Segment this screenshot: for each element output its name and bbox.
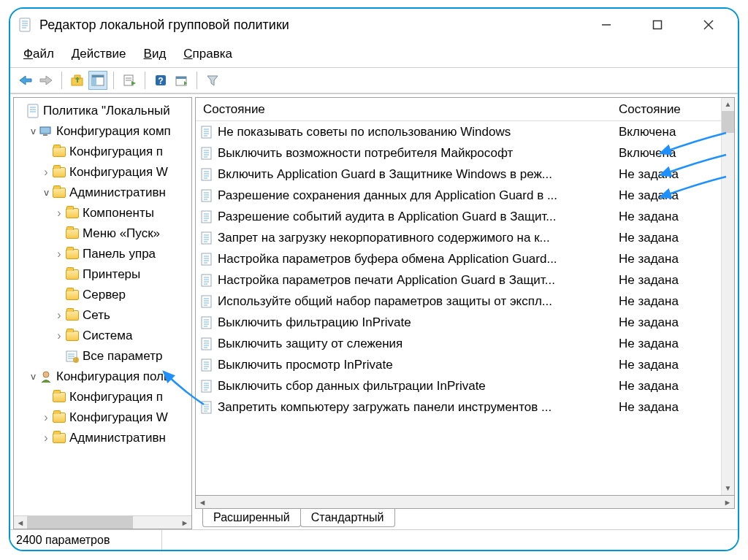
- scroll-right-icon[interactable]: ►: [721, 496, 734, 508]
- svg-marker-10: [40, 76, 52, 85]
- tree-computer-config[interactable]: Конфигурация комп: [14, 121, 191, 142]
- forward-button[interactable]: [37, 71, 56, 90]
- folder-icon: [65, 248, 80, 261]
- tree-printers[interactable]: Принтеры: [14, 264, 191, 285]
- folder-icon: [52, 431, 66, 445]
- policy-row[interactable]: Выключить защиту от слеженияНе задана: [196, 333, 721, 354]
- folder-icon: [65, 329, 80, 342]
- column-header-state[interactable]: Состояние: [619, 102, 721, 117]
- policy-icon: [200, 337, 213, 350]
- tree-label: Система: [83, 329, 132, 343]
- tree-control-panel[interactable]: Панель упра: [14, 244, 191, 264]
- policy-icon: [200, 380, 213, 393]
- policy-state: Не задана: [619, 379, 721, 394]
- policy-row[interactable]: Выключить просмотр InPrivateНе задана: [196, 354, 721, 375]
- policy-icon: [200, 253, 213, 266]
- policy-icon: [200, 316, 213, 329]
- folder-icon: [52, 145, 66, 158]
- policy-row[interactable]: Используйте общий набор параметров защит…: [196, 291, 721, 312]
- folder-icon: [65, 227, 80, 240]
- tree-admin-templates[interactable]: Административн: [14, 183, 191, 203]
- svg-point-37: [73, 357, 79, 363]
- policy-icon: [200, 189, 213, 202]
- policy-state: Включена: [619, 146, 721, 161]
- scroll-right-icon[interactable]: ►: [178, 516, 191, 529]
- menu-action[interactable]: Действие: [72, 47, 126, 61]
- policy-row[interactable]: Разрешение сохранения данных для Applica…: [196, 185, 721, 206]
- menu-help[interactable]: Справка: [183, 47, 232, 61]
- minimize-button[interactable]: [592, 14, 621, 36]
- toolbar: ?: [10, 67, 738, 93]
- tree-comp-software[interactable]: Конфигурация п: [14, 142, 191, 162]
- tree-label: Административн: [69, 185, 166, 200]
- tab-extended[interactable]: Расширенный: [202, 509, 301, 527]
- tree-start-menu[interactable]: Меню «Пуск»: [14, 223, 191, 244]
- tree-components[interactable]: Компоненты: [14, 203, 191, 223]
- policy-state: Не задана: [619, 273, 721, 288]
- column-header-name[interactable]: Состояние: [196, 102, 619, 117]
- policy-name: Настройка параметров буфера обмена Appli…: [218, 252, 557, 266]
- properties-button[interactable]: [172, 71, 191, 90]
- tree-user-software[interactable]: Конфигурация п: [14, 387, 191, 407]
- folder-icon: [65, 309, 80, 322]
- folder-icon: [52, 186, 66, 199]
- policy-row[interactable]: Не показывать советы по использованию Wi…: [196, 121, 721, 142]
- policy-state: Не задана: [619, 315, 721, 330]
- tree-label: Компоненты: [83, 206, 154, 220]
- tree-label: Конфигурация W: [69, 165, 168, 180]
- scroll-left-icon[interactable]: ◄: [196, 496, 209, 508]
- list-horizontal-scrollbar[interactable]: ◄ ►: [195, 496, 735, 509]
- policy-row[interactable]: Настройка параметров буфера обмена Appli…: [196, 248, 721, 269]
- tree-network[interactable]: Сеть: [14, 305, 191, 326]
- tree-all-settings[interactable]: Все параметр: [14, 346, 191, 367]
- svg-rect-69: [202, 253, 211, 265]
- list-vertical-scrollbar[interactable]: ▲ ▼: [721, 98, 734, 495]
- folder-icon: [65, 288, 80, 302]
- policy-row[interactable]: Разрешение событий аудита в Application …: [196, 206, 721, 227]
- policy-row[interactable]: Включить Application Guard в Защитнике W…: [196, 164, 721, 185]
- policy-row[interactable]: Запретить компьютеру загружать панели ин…: [196, 396, 721, 418]
- help-button[interactable]: ?: [151, 71, 170, 90]
- export-list-button[interactable]: [120, 71, 139, 90]
- policy-icon: [200, 168, 213, 181]
- svg-marker-9: [20, 76, 31, 85]
- tree-user-admin[interactable]: Административн: [14, 428, 191, 448]
- maximize-button[interactable]: [643, 14, 672, 36]
- tree-horizontal-scrollbar[interactable]: ◄ ►: [14, 515, 191, 529]
- window-title: Редактор локальной групповой политики: [39, 18, 592, 33]
- svg-rect-74: [202, 275, 211, 286]
- tree-comp-windows[interactable]: Конфигурация W: [14, 162, 191, 183]
- policy-row[interactable]: Выключить возможности потребителя Майкро…: [196, 142, 721, 164]
- svg-rect-104: [202, 402, 211, 413]
- list-pane: Состояние Состояние Не показывать советы…: [195, 97, 735, 529]
- scroll-down-icon[interactable]: ▼: [722, 482, 734, 495]
- svg-rect-44: [202, 147, 211, 159]
- show-hide-tree-button[interactable]: [88, 71, 107, 90]
- policy-name: Выключить защиту от слежения: [218, 337, 402, 351]
- svg-rect-32: [43, 134, 47, 136]
- scroll-up-icon[interactable]: ▲: [722, 98, 734, 111]
- tree-system[interactable]: Система: [14, 326, 191, 346]
- menu-view[interactable]: Вид: [144, 47, 167, 61]
- back-button[interactable]: [16, 71, 35, 90]
- policy-row[interactable]: Выключить фильтрацию InPrivateНе задана: [196, 312, 721, 333]
- policy-row[interactable]: Запрет на загрузку некорпоративного соде…: [196, 227, 721, 248]
- filter-button[interactable]: [203, 71, 222, 90]
- menu-file[interactable]: Файл: [23, 47, 54, 61]
- policy-row[interactable]: Выключить сбор данных фильтрации InPriva…: [196, 375, 721, 396]
- tree-label: Сеть: [83, 308, 110, 323]
- policy-icon: [200, 231, 213, 245]
- policy-icon: [200, 358, 213, 372]
- tree-user-windows[interactable]: Конфигурация W: [14, 407, 191, 428]
- tree-root[interactable]: Политика "Локальный: [14, 101, 191, 121]
- policy-name: Выключить возможности потребителя Майкро…: [218, 146, 513, 161]
- close-button[interactable]: [694, 14, 723, 36]
- policy-row[interactable]: Настройка параметров печати Application …: [196, 269, 721, 291]
- policy-icon: [200, 295, 213, 308]
- tree-user-config[interactable]: Конфигурация поль: [14, 367, 191, 387]
- tab-standard[interactable]: Стандартный: [300, 509, 395, 527]
- scroll-left-icon[interactable]: ◄: [14, 516, 27, 529]
- tree-server[interactable]: Сервер: [14, 285, 191, 305]
- up-folder-button[interactable]: [68, 71, 87, 90]
- policy-icon: [200, 401, 213, 414]
